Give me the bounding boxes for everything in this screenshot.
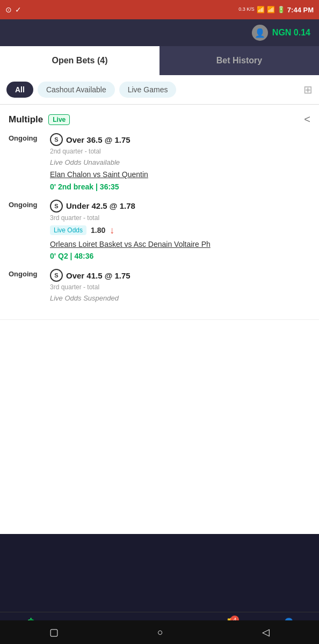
- data-speed: 0.3 K/S: [238, 7, 255, 12]
- bet-details-2: S Under 42.5 @ 1.78 3rd quarter - total …: [50, 200, 310, 261]
- sport-circle-1: S: [50, 133, 63, 146]
- bet-odds-row-1: S Over 36.5 @ 1.75: [50, 133, 310, 146]
- bet-status-3: Ongoing: [9, 269, 44, 302]
- bet-item-3: Ongoing S Over 41.5 @ 1.75 3rd quarter -…: [9, 269, 310, 302]
- bet-details-1: S Over 36.5 @ 1.75 2nd quarter - total L…: [50, 133, 310, 191]
- bet-item-2: Ongoing S Under 42.5 @ 1.78 3rd quarter …: [9, 200, 310, 261]
- bet-odds-row-3: S Over 41.5 @ 1.75: [50, 269, 310, 282]
- match-time-2: 0' Q2 | 48:36: [50, 252, 310, 260]
- bet-details-3: S Over 41.5 @ 1.75 3rd quarter - total L…: [50, 269, 310, 302]
- android-square-btn[interactable]: ▢: [49, 626, 59, 638]
- android-circle-btn[interactable]: ○: [157, 627, 163, 638]
- odds-down-arrow-icon: ↓: [110, 225, 114, 236]
- grid-view-icon[interactable]: ⊞: [303, 83, 313, 96]
- quarter-info-1: 2nd quarter - total: [50, 148, 310, 155]
- status-right: 0.3 K/S 📶 📶 🔋 7:44 PM: [238, 6, 314, 14]
- filter-live-games[interactable]: Live Games: [119, 82, 177, 98]
- live-odds-tag: Live Odds: [50, 225, 86, 235]
- filter-bar: All Cashout Available Live Games ⊞: [0, 75, 319, 105]
- live-odds-available-row: Live Odds 1.80 ↓: [50, 225, 310, 236]
- status-icons-left: ⊙ ✓: [5, 5, 21, 14]
- bet-status-2: Ongoing: [9, 200, 44, 261]
- status-bar: ⊙ ✓ 0.3 K/S 📶 📶 🔋 7:44 PM: [0, 0, 319, 19]
- bet-status-1: Ongoing: [9, 133, 44, 191]
- filter-cashout[interactable]: Cashout Available: [38, 82, 115, 98]
- time-value-2: 48:36: [74, 252, 93, 260]
- bet-type-row: Multiple Live: [9, 114, 70, 125]
- live-odds-unavailable-1: Live Odds Unavailable: [50, 158, 310, 166]
- bet-card: Multiple Live < Ongoing S Over 36.5 @ 1.…: [0, 105, 319, 320]
- battery-icon: 🔋: [277, 6, 285, 13]
- odds-text-1: Over 36.5 @ 1.75: [66, 135, 130, 144]
- quarter-info-2: 3rd quarter - total: [50, 214, 310, 222]
- avatar[interactable]: 👤: [252, 25, 268, 41]
- bet-item-1: Ongoing S Over 36.5 @ 1.75 2nd quarter -…: [9, 133, 310, 191]
- sport-circle-2: S: [50, 200, 63, 213]
- time-value-1: 36:35: [100, 182, 119, 191]
- live-odds-suspended: Live Odds Suspended: [50, 294, 310, 302]
- android-nav-bar: ▢ ○ ◁: [0, 620, 319, 644]
- match-name-2[interactable]: Orleans Loiret Basket vs Asc Denain Volt…: [50, 239, 310, 250]
- match-time-1: 0' 2nd break | 36:35: [50, 182, 310, 191]
- filter-all[interactable]: All: [6, 82, 33, 98]
- bet-card-header: Multiple Live <: [9, 113, 310, 126]
- tab-bet-history[interactable]: Bet History: [160, 46, 319, 75]
- check-icon: ✓: [15, 5, 21, 14]
- main-content: Multiple Live < Ongoing S Over 36.5 @ 1.…: [0, 105, 319, 534]
- status-time: 7:44 PM: [287, 6, 314, 14]
- tabs-container: Open Bets (4) Bet History: [0, 46, 319, 75]
- instagram-icon: ⊙: [5, 5, 12, 14]
- sport-circle-3: S: [50, 269, 63, 282]
- odds-text-3: Over 41.5 @ 1.75: [66, 271, 130, 280]
- match-name-1[interactable]: Elan Chalon vs Saint Quentin: [50, 170, 310, 180]
- share-icon[interactable]: <: [304, 113, 310, 126]
- quarter-info-3: 3rd quarter - total: [50, 283, 310, 291]
- bet-odds-row-2: S Under 42.5 @ 1.78: [50, 200, 310, 213]
- sim-icon: 📶: [257, 6, 265, 13]
- header: 👤 NGN 0.14: [0, 19, 319, 46]
- tab-open-bets[interactable]: Open Bets (4): [0, 46, 160, 75]
- signal-icon: 📶: [267, 6, 275, 13]
- live-odds-value: 1.80: [91, 226, 105, 235]
- android-back-btn[interactable]: ◁: [262, 626, 270, 638]
- odds-text-2: Under 42.5 @ 1.78: [66, 201, 135, 210]
- balance-display: NGN 0.14: [272, 28, 310, 38]
- live-badge: Live: [48, 114, 70, 125]
- bet-type-label: Multiple: [9, 114, 43, 125]
